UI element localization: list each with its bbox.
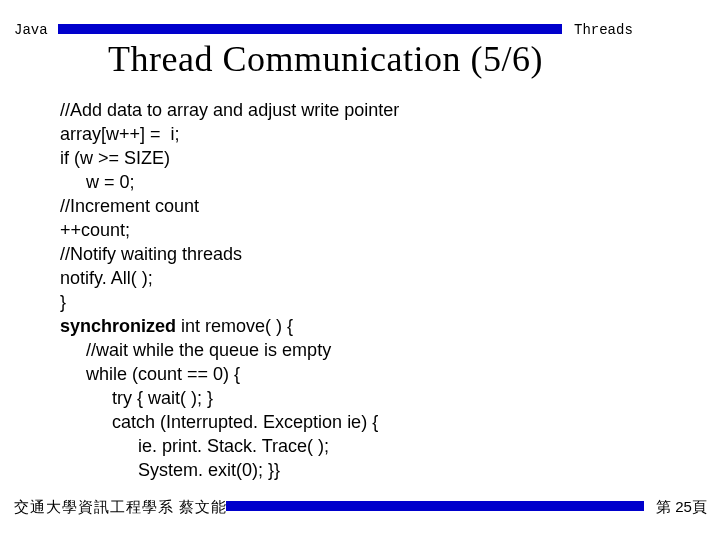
footer-left-label: 交通大學資訊工程學系 蔡文能 [14, 498, 227, 517]
footer-accent-bar [226, 501, 644, 511]
code-line: System. exit(0); }} [60, 458, 680, 482]
code-line: try { wait( ); } [60, 386, 680, 410]
code-line: //Increment count [60, 194, 680, 218]
header-accent-bar [58, 24, 562, 34]
code-line: //wait while the queue is empty [60, 338, 680, 362]
header-right-label: Threads [574, 22, 633, 38]
header-left-label: Java [14, 22, 48, 38]
code-block: //Add data to array and adjust write poi… [60, 98, 680, 482]
code-line: //Add data to array and adjust write poi… [60, 98, 680, 122]
code-line: //Notify waiting threads [60, 242, 680, 266]
page-title: Thread Communication (5/6) [108, 38, 698, 80]
code-line: catch (Interrupted. Exception ie) { [60, 410, 680, 434]
code-text: int remove( ) { [176, 316, 293, 336]
code-line: synchronized int remove( ) { [60, 314, 680, 338]
code-line: ie. print. Stack. Trace( ); [60, 434, 680, 458]
code-line: while (count == 0) { [60, 362, 680, 386]
code-line: if (w >= SIZE) [60, 146, 680, 170]
code-line: notify. All( ); [60, 266, 680, 290]
code-line: w = 0; [60, 170, 680, 194]
code-line: array[w++] = i; [60, 122, 680, 146]
footer-page-number: 第 25頁 [656, 498, 707, 517]
code-line: ++count; [60, 218, 680, 242]
code-line: } [60, 290, 680, 314]
footer: 交通大學資訊工程學系 蔡文能 第 25頁 [0, 498, 720, 520]
keyword: synchronized [60, 316, 176, 336]
